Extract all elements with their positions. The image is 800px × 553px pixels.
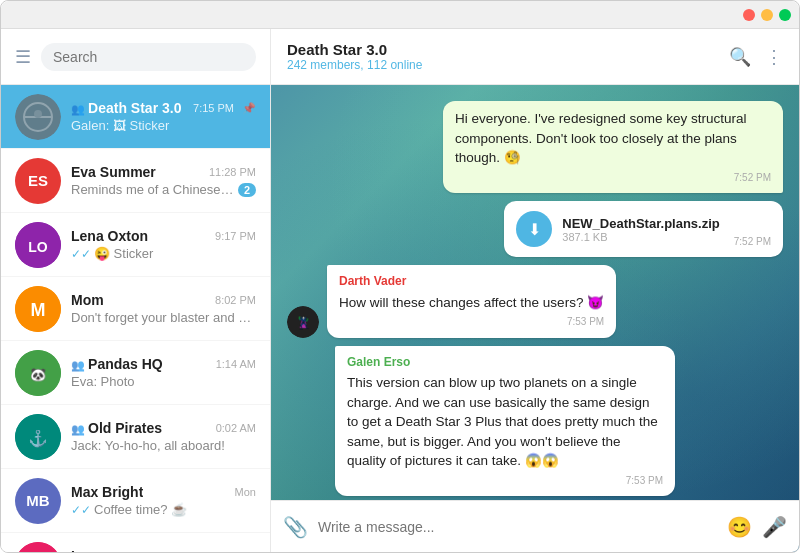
title-bar: [1, 1, 799, 29]
chat-preview-lena-oxton: ✓✓😜 Sticker: [71, 246, 256, 261]
message-row: ⬇ NEW_DeathStar.plans.zip 387.1 KB 7:52 …: [287, 201, 783, 257]
pin-icon: 📌: [242, 102, 256, 115]
search-input-wrap: [41, 43, 256, 71]
chat-name-max-bright: Max Bright: [71, 484, 143, 500]
chat-name-lee: Lee: [71, 548, 95, 552]
chat-avatar-lena-oxton: LO: [15, 222, 61, 268]
svg-text:🦹: 🦹: [296, 315, 311, 330]
message-input-bar: 📎 😊 🎤: [271, 500, 799, 552]
chat-header-info: Death Star 3.0 242 members, 112 online: [287, 41, 729, 72]
chat-preview-pandas-hq: Eva: Photo: [71, 374, 256, 389]
chat-time-max-bright: Mon: [235, 486, 256, 498]
chat-avatar-pandas-hq: 🐼: [15, 350, 61, 396]
messages-area: Hi everyone. I've redesigned some key st…: [271, 85, 799, 500]
file-bubble: ⬇ NEW_DeathStar.plans.zip 387.1 KB 7:52 …: [504, 201, 783, 257]
chat-time-mom: 8:02 PM: [215, 294, 256, 306]
chat-header: Death Star 3.0 242 members, 112 online 🔍…: [271, 29, 799, 85]
chat-preview-mom: Don't forget your blaster and helmet: [71, 310, 256, 325]
message-time: 7:53 PM: [347, 474, 663, 489]
chat-header-actions: 🔍 ⋮: [729, 46, 783, 68]
svg-text:M: M: [31, 300, 46, 320]
unread-badge-eva-summer: 2: [238, 183, 256, 197]
chat-list: 👥 Death Star 3.07:15 PM📌Galen: 🖼 Sticker…: [1, 85, 270, 552]
message-bubble: Darth VaderHow will these changes affect…: [327, 265, 616, 337]
app-body: ☰ 👥 Death Star 3.07:15 PM📌Galen: 🖼 Stick…: [1, 29, 799, 552]
chat-preview-max-bright: ✓✓Coffee time? ☕: [71, 502, 256, 517]
message-row: Hi everyone. I've redesigned some key st…: [287, 101, 783, 193]
emoji-icon[interactable]: 😊: [727, 515, 752, 539]
svg-text:🐼: 🐼: [30, 366, 47, 383]
chat-name-death-star: 👥 Death Star 3.0: [71, 100, 181, 116]
chat-time-death-star: 7:15 PM: [193, 102, 234, 114]
chat-avatar-lee: L: [15, 542, 61, 553]
message-text: Hi everyone. I've redesigned some key st…: [455, 109, 771, 168]
message-time: 7:53 PM: [339, 315, 604, 330]
chat-header-name: Death Star 3.0: [287, 41, 729, 58]
chat-preview-old-pirates: Jack: Yo-ho-ho, all aboard!: [71, 438, 256, 453]
chat-name-pandas-hq: 👥 Pandas HQ: [71, 356, 163, 372]
message-bubble: Galen ErsoThis version can blow up two p…: [335, 346, 675, 497]
message-avatar: 🦹: [287, 306, 319, 338]
mic-icon[interactable]: 🎤: [762, 515, 787, 539]
chat-name-mom: Mom: [71, 292, 104, 308]
chat-name-old-pirates: 👥 Old Pirates: [71, 420, 162, 436]
chat-item-old-pirates[interactable]: ⚓👥 Old Pirates0:02 AMJack: Yo-ho-ho, all…: [1, 405, 270, 469]
chat-item-death-star[interactable]: 👥 Death Star 3.07:15 PM📌Galen: 🖼 Sticker: [1, 85, 270, 149]
message-text: This version can blow up two planets on …: [347, 373, 663, 471]
chat-time-lena-oxton: 9:17 PM: [215, 230, 256, 242]
chat-item-pandas-hq[interactable]: 🐼👥 Pandas HQ1:14 AMEva: Photo: [1, 341, 270, 405]
sidebar: ☰ 👥 Death Star 3.07:15 PM📌Galen: 🖼 Stick…: [1, 29, 271, 552]
close-button[interactable]: [743, 9, 755, 21]
tick-icon: ✓✓: [71, 247, 91, 261]
download-button[interactable]: ⬇: [516, 211, 552, 247]
message-time: 7:52 PM: [455, 171, 771, 186]
message-bubble: Hi everyone. I've redesigned some key st…: [443, 101, 783, 193]
chat-avatar-max-bright: MB: [15, 478, 61, 524]
tick-icon: ✓✓: [71, 503, 91, 517]
svg-point-12: [15, 542, 61, 553]
chat-avatar-death-star: [15, 94, 61, 140]
svg-point-3: [34, 110, 42, 118]
chat-time-lee: Mon: [235, 550, 256, 552]
sidebar-header: ☰: [1, 29, 270, 85]
chat-item-lee[interactable]: LLeeMonWe can call it Galaxy Star 7 ;): [1, 533, 270, 552]
chat-name-lena-oxton: Lena Oxton: [71, 228, 148, 244]
chat-panel: Death Star 3.0 242 members, 112 online 🔍…: [271, 29, 799, 552]
chat-time-pandas-hq: 1:14 AM: [216, 358, 256, 370]
chat-time-old-pirates: 0:02 AM: [216, 422, 256, 434]
minimize-button[interactable]: [761, 9, 773, 21]
svg-text:LO: LO: [28, 239, 48, 255]
chat-avatar-old-pirates: ⚓: [15, 414, 61, 460]
message-sender: Darth Vader: [339, 273, 604, 290]
chat-preview-eva-summer: Reminds me of a Chinese prove…: [71, 182, 234, 197]
more-icon[interactable]: ⋮: [765, 46, 783, 68]
chat-item-lena-oxton[interactable]: LOLena Oxton9:17 PM✓✓😜 Sticker: [1, 213, 270, 277]
message-text: How will these changes affect the users?…: [339, 293, 604, 313]
chat-header-subtitle: 242 members, 112 online: [287, 58, 729, 72]
message-row: Galen ErsoThis version can blow up two p…: [287, 346, 783, 497]
search-input[interactable]: [53, 49, 244, 65]
chat-time-eva-summer: 11:28 PM: [209, 166, 256, 178]
message-row: 🦹Darth VaderHow will these changes affec…: [287, 265, 783, 337]
message-time: 7:52 PM: [734, 236, 771, 247]
file-size: 387.1 KB: [562, 231, 719, 243]
message-sender: Galen Erso: [347, 354, 663, 371]
file-name: NEW_DeathStar.plans.zip: [562, 216, 719, 231]
chat-item-max-bright[interactable]: MBMax BrightMon✓✓Coffee time? ☕: [1, 469, 270, 533]
chat-name-eva-summer: Eva Summer: [71, 164, 156, 180]
chat-avatar-mom: M: [15, 286, 61, 332]
maximize-button[interactable]: [779, 9, 791, 21]
attach-icon[interactable]: 📎: [283, 515, 308, 539]
file-info: NEW_DeathStar.plans.zip 387.1 KB: [562, 216, 719, 243]
chat-preview-death-star: Galen: 🖼 Sticker: [71, 118, 256, 133]
chat-avatar-eva-summer: ES: [15, 158, 61, 204]
search-icon[interactable]: 🔍: [729, 46, 751, 68]
message-input[interactable]: [318, 519, 717, 535]
chat-item-eva-summer[interactable]: ESEva Summer11:28 PMReminds me of a Chin…: [1, 149, 270, 213]
hamburger-icon[interactable]: ☰: [15, 46, 31, 68]
svg-text:⚓: ⚓: [28, 429, 48, 448]
chat-item-mom[interactable]: MMom8:02 PMDon't forget your blaster and…: [1, 277, 270, 341]
